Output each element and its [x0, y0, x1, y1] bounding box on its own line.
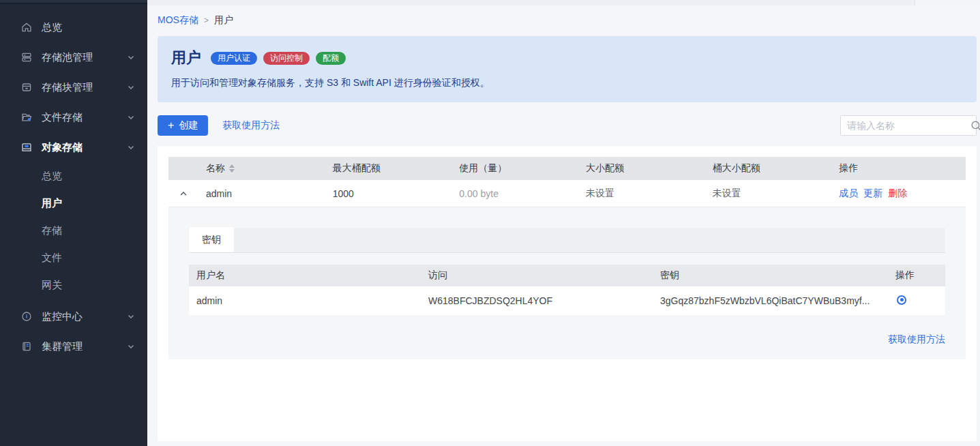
plus-icon: + — [168, 120, 174, 131]
members-action-link[interactable]: 成员 — [839, 188, 858, 200]
sidebar-item-block-storage[interactable]: 存储块管理 — [0, 72, 147, 102]
column-header-usage: 使用（量） — [459, 162, 586, 175]
storage-pool-icon — [20, 51, 33, 63]
sidebar-subitem-label: 总览 — [42, 170, 62, 183]
key-table-header: 用户名 访问 密钥 操作 — [189, 265, 945, 286]
breadcrumb-current: 用户 — [214, 14, 233, 27]
column-header-actions: 操作 — [839, 162, 966, 175]
usage-guide-link[interactable]: 获取使用方法 — [222, 119, 280, 132]
page-banner: 用户 用户认证 访问控制 配额 用于访问和管理对象存储服务，支持 S3 和 Sw… — [158, 36, 977, 102]
usage-guide-link-bottom[interactable]: 获取使用方法 — [888, 333, 945, 346]
sidebar-item-cluster[interactable]: 集群管理 — [0, 331, 147, 361]
badge-user-auth: 用户认证 — [211, 52, 257, 65]
sidebar-nav: 总览 存储池管理 存储块管理 文件存储 — [0, 4, 147, 361]
view-secret-eye-icon[interactable] — [897, 295, 906, 305]
sidebar-item-overview[interactable]: 总览 — [0, 12, 147, 42]
update-action-link[interactable]: 更新 — [863, 188, 882, 200]
sidebar-item-label: 对象存储 — [42, 141, 127, 154]
chevron-down-icon — [127, 83, 135, 91]
chevron-down-icon — [127, 113, 135, 121]
breadcrumb: MOS存储 > 用户 — [158, 14, 977, 27]
cell-usage: 0.00 byte — [459, 188, 586, 199]
sort-asc-icon — [229, 164, 235, 168]
sidebar-item-storage-pool[interactable]: 存储池管理 — [0, 42, 147, 72]
sidebar-item-label: 存储块管理 — [42, 81, 127, 94]
column-header-access-key: 访问 — [421, 269, 653, 282]
sidebar-subitem-users[interactable]: 用户 — [0, 190, 147, 217]
top-bar — [147, 0, 980, 5]
column-header-size-quota: 大小配额 — [586, 162, 713, 175]
content-card: 名称 最大桶配额 使用（量） 大小配额 桶大小配额 操作 admin 1000 … — [158, 146, 977, 441]
collapse-row-icon[interactable] — [177, 187, 190, 200]
sidebar-subitem-label: 文件 — [42, 252, 62, 265]
sidebar-subitem-overview[interactable]: 总览 — [0, 162, 147, 190]
search-input[interactable] — [847, 120, 970, 131]
table-row: admin 1000 0.00 byte 未设置 未设置 成员 更新 删除 — [168, 180, 966, 207]
column-header-max-bucket-quota: 最大桶配额 — [333, 162, 460, 175]
monitor-icon — [20, 310, 33, 323]
key-tabbar: 密钥 — [189, 228, 945, 253]
column-header-bucket-size-quota: 桶大小配额 — [713, 162, 840, 175]
key-table-row: admin W618BFCJBZDSQ2HL4YOF 3gGqz87bzhF5z… — [189, 286, 945, 315]
chevron-down-icon — [127, 342, 135, 351]
cell-username: admin — [189, 295, 421, 306]
search-box — [840, 115, 977, 136]
expanded-row-panel: 密钥 用户名 访问 密钥 操作 admin W618BFCJBZDSQ2HL4Y… — [168, 207, 966, 359]
sidebar-subitem-files[interactable]: 文件 — [0, 244, 147, 271]
create-button-label: 创建 — [179, 119, 198, 132]
sidebar-subitem-storage[interactable]: 存储 — [0, 217, 147, 244]
sidebar-item-label: 存储池管理 — [42, 51, 127, 64]
column-header-username: 用户名 — [189, 269, 421, 282]
file-storage-icon — [20, 111, 33, 123]
sidebar-subitem-gateway[interactable]: 网关 — [0, 271, 147, 299]
sidebar-item-file-storage[interactable]: 文件存储 — [0, 102, 147, 132]
row-actions: 成员 更新 删除 — [839, 188, 966, 200]
sort-desc-icon — [229, 169, 235, 173]
column-header-name[interactable]: 名称 — [206, 162, 333, 175]
sidebar-item-label: 集群管理 — [42, 340, 127, 353]
chevron-down-icon — [127, 53, 135, 61]
breadcrumb-separator: > — [204, 16, 209, 25]
sidebar-subitem-label: 网关 — [42, 279, 62, 292]
sidebar-item-label: 文件存储 — [42, 111, 127, 124]
banner-description: 用于访问和管理对象存储服务，支持 S3 和 Swift API 进行身份验证和授… — [171, 77, 963, 89]
search-icon[interactable] — [970, 120, 980, 132]
key-table: 用户名 访问 密钥 操作 admin W618BFCJBZDSQ2HL4YOF … — [189, 265, 945, 315]
sidebar-subitem-label: 用户 — [42, 197, 62, 210]
sidebar-item-object-storage[interactable]: 对象存储 — [0, 132, 147, 162]
sidebar-subitem-label: 存储 — [42, 224, 62, 237]
create-button[interactable]: + 创建 — [158, 115, 208, 136]
sidebar-item-label: 监控中心 — [42, 310, 127, 323]
column-header-key-actions: 操作 — [888, 269, 945, 282]
main-area: MOS存储 > 用户 用户 用户认证 访问控制 配额 用于访问和管理对象存储服务… — [147, 0, 980, 446]
block-storage-icon — [20, 81, 33, 93]
cell-max-bucket-quota: 1000 — [333, 188, 460, 199]
sidebar-item-monitoring[interactable]: 监控中心 — [0, 301, 147, 331]
delete-action-link[interactable]: 删除 — [888, 188, 907, 200]
chevron-down-icon — [127, 312, 135, 321]
banner-title-row: 用户 用户认证 访问控制 配额 — [171, 48, 963, 68]
top-bar-user-section — [915, 0, 980, 5]
badge-access-control: 访问控制 — [263, 52, 310, 65]
cell-size-quota: 未设置 — [586, 188, 713, 200]
user-table-header: 名称 最大桶配额 使用（量） 大小配额 桶大小配额 操作 — [168, 157, 966, 180]
cell-access-key: W618BFCJBZDSQ2HL4YOF — [421, 295, 653, 306]
column-header-secret-key: 密钥 — [653, 269, 888, 282]
breadcrumb-root-link[interactable]: MOS存储 — [158, 14, 198, 27]
object-storage-icon — [20, 141, 33, 153]
home-icon — [20, 21, 33, 33]
cluster-icon — [20, 340, 33, 353]
toolbar: + 创建 获取使用方法 — [158, 115, 977, 136]
chevron-down-icon — [127, 143, 135, 151]
tab-keys[interactable]: 密钥 — [189, 227, 234, 252]
sidebar-item-label: 总览 — [42, 21, 135, 34]
cell-secret-key: 3gGqz87bzhF5zWbzbVL6QiBatC7YWBuB3myf... — [653, 295, 888, 306]
expanded-panel-footer: 获取使用方法 — [189, 333, 945, 346]
badge-quota: 配额 — [316, 52, 346, 65]
cell-name: admin — [206, 188, 333, 199]
cell-bucket-size-quota: 未设置 — [713, 188, 840, 200]
sidebar: 总览 存储池管理 存储块管理 文件存储 — [0, 0, 147, 446]
sort-icon[interactable] — [229, 164, 235, 173]
page-title: 用户 — [171, 48, 201, 68]
